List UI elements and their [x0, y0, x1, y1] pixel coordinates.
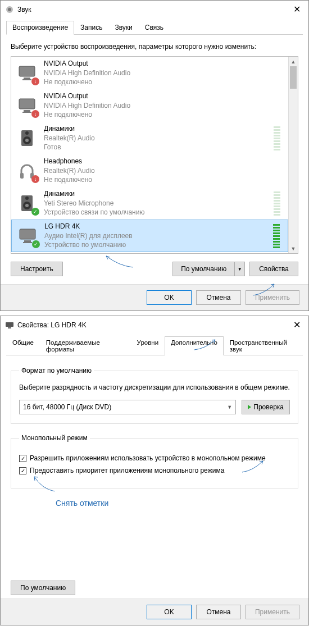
device-name: LG HDR 4K: [44, 222, 273, 231]
device-status: Устройство связи по умолчанию: [44, 208, 274, 217]
device-status: Устройство по умолчанию: [44, 240, 273, 250]
speaker-icon: [16, 127, 38, 149]
device-text: ДинамикиRealtek(R) AudioГотов: [44, 124, 274, 152]
device-status: Не подключено: [44, 110, 284, 120]
device-text: HeadphonesRealtek(R) AudioНе подключено: [44, 157, 284, 185]
device-row[interactable]: ДинамикиRealtek(R) AudioГотов: [11, 122, 288, 154]
tab-levels[interactable]: Уровни: [131, 336, 165, 355]
monitor-icon: [5, 321, 14, 330]
scroll-thumb[interactable]: [290, 66, 297, 89]
device-row[interactable]: ДинамикиYeti Stereo MicrophoneУстройство…: [11, 187, 288, 220]
device-row[interactable]: NVIDIA OutputNVIDIA High Definition Audi…: [11, 89, 288, 122]
device-text: ДинамикиYeti Stereo MicrophoneУстройство…: [44, 189, 274, 217]
device-text: LG HDR 4KАудио Intel(R) для дисплеевУстр…: [44, 222, 273, 250]
sound-window: Звук ✕ Воспроизведение Запись Звуки Связ…: [0, 0, 309, 311]
titlebar[interactable]: Свойства: LG HDR 4K ✕: [1, 316, 308, 334]
set-default-label: По умолчанию: [172, 262, 235, 276]
format-value: 16 бит, 48000 Гц (Диск DVD): [23, 403, 227, 411]
format-combobox[interactable]: 16 бит, 48000 Гц (Диск DVD) ▼: [19, 400, 236, 414]
scrollbar[interactable]: ▲ ▼: [288, 57, 298, 253]
tab-row: Общие Поддерживаемые форматы Уровни Допо…: [6, 336, 303, 355]
properties-window: Свойства: LG HDR 4K ✕ Общие Поддерживаем…: [0, 316, 309, 625]
group-legend: Формат по умолчанию: [19, 367, 94, 374]
tab-recording[interactable]: Запись: [74, 21, 108, 35]
device-listbox: NVIDIA OutputNVIDIA High Definition Audi…: [11, 56, 298, 254]
svg-rect-21: [6, 322, 13, 327]
svg-point-1: [8, 8, 11, 11]
scroll-down-icon[interactable]: ▼: [289, 244, 298, 253]
cancel-button[interactable]: Отмена: [196, 290, 241, 305]
level-meter: [274, 126, 280, 150]
svg-rect-6: [24, 110, 30, 112]
instruction-text: Выберите устройство воспроизведения, пар…: [11, 43, 298, 51]
tab-playback[interactable]: Воспроизведение: [6, 21, 74, 35]
monitor-icon: [16, 225, 39, 247]
svg-rect-20: [23, 242, 32, 243]
device-status: Не подключено: [44, 77, 284, 87]
titlebar[interactable]: Звук ✕: [1, 1, 308, 18]
device-driver: Realtek(R) Audio: [44, 166, 284, 176]
restore-defaults-button[interactable]: По умолчанию: [11, 581, 75, 595]
monitor-icon: [16, 62, 38, 84]
device-name: Динамики: [44, 189, 274, 199]
svg-point-11: [25, 131, 29, 135]
tab-row: Воспроизведение Запись Звуки Связь: [6, 20, 303, 35]
default-format-group: Формат по умолчанию Выберите разрядность…: [11, 367, 298, 424]
status-badge-icon: [31, 208, 39, 216]
level-meter: [273, 223, 280, 248]
checkbox-label: Разрешить приложениям использовать устро…: [30, 454, 266, 462]
tab-supported-formats[interactable]: Поддерживаемые форматы: [40, 336, 131, 355]
checkbox-allow-exclusive[interactable]: ✓ Разрешить приложениям использовать уст…: [19, 454, 290, 462]
svg-rect-7: [22, 112, 31, 113]
device-status: Не подключено: [44, 175, 284, 185]
ok-button[interactable]: OK: [147, 290, 192, 305]
monitor-icon: [16, 94, 38, 117]
device-status: Готов: [44, 143, 274, 152]
device-driver: NVIDIA High Definition Audio: [44, 101, 284, 111]
close-icon[interactable]: ✕: [290, 319, 304, 330]
checkbox-priority-exclusive[interactable]: ✓ Предоставить приоритет приложениям мон…: [19, 467, 290, 474]
tab-advanced[interactable]: Дополнительно: [165, 336, 224, 355]
properties-button[interactable]: Свойства: [249, 262, 298, 276]
device-row[interactable]: LG HDR 4KАудио Intel(R) для дисплеевУстр…: [11, 220, 288, 252]
svg-point-16: [25, 204, 29, 207]
group-legend: Монопольный режим: [19, 434, 90, 442]
close-icon[interactable]: ✕: [290, 4, 304, 15]
status-badge-icon: [31, 110, 39, 118]
device-row[interactable]: NVIDIA OutputNVIDIA High Definition Audi…: [11, 57, 288, 89]
device-name: Динамики: [44, 124, 274, 134]
svg-rect-18: [20, 229, 35, 239]
play-icon: [248, 405, 251, 409]
tab-sounds[interactable]: Звуки: [108, 21, 138, 35]
status-badge-icon: [31, 77, 39, 85]
device-name: NVIDIA Output: [44, 92, 284, 101]
chevron-down-icon: ▼: [227, 404, 232, 410]
sound-icon: [5, 5, 14, 14]
test-button[interactable]: Проверка: [242, 400, 290, 414]
level-meter: [274, 191, 280, 216]
svg-rect-4: [22, 79, 31, 80]
svg-rect-22: [8, 327, 11, 328]
device-driver: Yeti Stereo Microphone: [44, 199, 274, 208]
svg-rect-12: [20, 173, 24, 179]
checkbox-label: Предоставить приоритет приложениям моноп…: [30, 467, 224, 474]
test-label: Проверка: [253, 403, 284, 411]
chevron-down-icon[interactable]: ▼: [235, 262, 245, 276]
ok-button[interactable]: OK: [147, 605, 192, 619]
exclusive-mode-group: Монопольный режим ✓ Разрешить приложения…: [11, 434, 298, 488]
scroll-up-icon[interactable]: ▲: [289, 57, 298, 66]
format-description: Выберите разрядность и частоту дискретиз…: [19, 382, 290, 393]
set-default-button[interactable]: По умолчанию ▼: [172, 262, 245, 276]
device-name: NVIDIA Output: [44, 59, 284, 68]
cancel-button[interactable]: Отмена: [196, 605, 241, 619]
svg-rect-19: [24, 240, 31, 242]
svg-point-17: [25, 197, 29, 200]
window-title: Звук: [17, 6, 290, 13]
configure-button[interactable]: Настроить: [11, 262, 63, 276]
tab-communications[interactable]: Связь: [139, 21, 170, 35]
device-driver: Аудио Intel(R) для дисплеев: [44, 231, 273, 241]
tab-spatial[interactable]: Пространственный звук: [224, 336, 303, 355]
device-driver: Realtek(R) Audio: [44, 134, 274, 143]
tab-general[interactable]: Общие: [6, 336, 40, 355]
device-row[interactable]: HeadphonesRealtek(R) AudioНе подключено: [11, 154, 288, 187]
